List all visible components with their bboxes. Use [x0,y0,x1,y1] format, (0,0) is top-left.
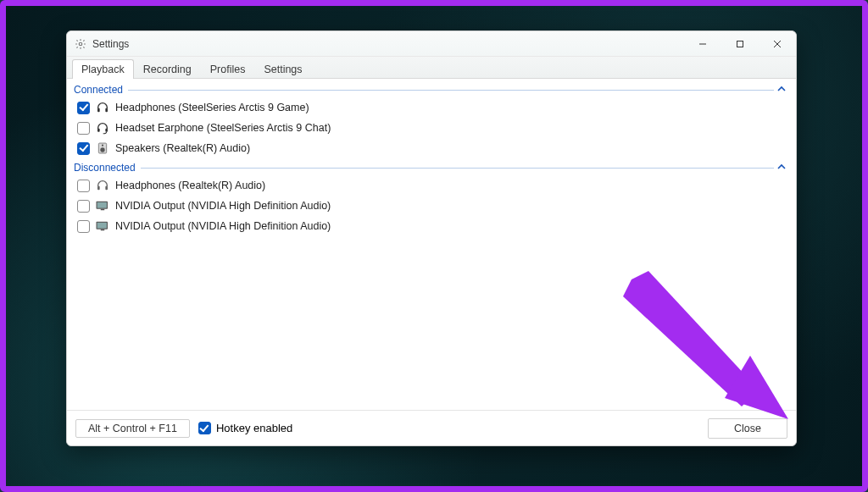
device-label: NVIDIA Output (NVIDIA High Definition Au… [115,220,331,232]
device-row[interactable]: NVIDIA Output (NVIDIA High Definition Au… [74,216,789,236]
device-checkbox[interactable] [77,102,90,114]
tab-label: Profiles [210,64,246,75]
svg-rect-19 [97,223,107,229]
collapse-caret-icon[interactable] [774,84,789,96]
svg-point-0 [79,42,82,46]
tab-label: Recording [143,64,192,75]
tab-recording[interactable]: Recording [134,59,201,79]
hotkey-enabled-checkbox[interactable]: Hotkey enabled [198,422,292,434]
section-disconnected-header[interactable]: Disconnected [74,160,789,175]
device-row[interactable]: Speakers (Realtek(R) Audio) [74,138,789,158]
hotkey-enabled-label: Hotkey enabled [216,422,292,434]
window-close-button[interactable] [759,31,796,57]
svg-rect-8 [105,129,108,132]
device-label: Speakers (Realtek(R) Audio) [115,142,250,154]
footer: Alt + Control + F11 Hotkey enabled Close [67,410,796,445]
svg-rect-18 [101,229,105,231]
tab-playback[interactable]: Playback [72,59,134,79]
device-checkbox[interactable] [77,220,90,233]
close-button-label: Close [734,423,761,434]
svg-rect-5 [97,108,100,113]
device-checkbox[interactable] [77,142,90,155]
device-row[interactable]: Headset Earphone (SteelSeries Arctis 9 C… [74,118,789,138]
svg-rect-13 [105,186,108,191]
hotkey-text: Alt + Control + F11 [88,423,177,434]
section-connected-header[interactable]: Connected [74,82,789,97]
svg-rect-15 [101,209,105,211]
close-button[interactable]: Close [708,418,787,439]
section-label: Disconnected [74,162,141,174]
tab-label: Playback [81,64,125,75]
device-row[interactable]: Headphones (Realtek(R) Audio) [74,175,789,196]
device-row[interactable]: Headphones (SteelSeries Arctis 9 Game) [74,97,789,118]
device-label: Headset Earphone (SteelSeries Arctis 9 C… [115,122,331,134]
tab-profiles[interactable]: Profiles [201,59,255,79]
playback-panel: Connected Headphones (SteelSeries Arctis… [67,79,796,410]
tab-label: Settings [264,64,302,75]
titlebar[interactable]: Settings [67,31,796,57]
maximize-button[interactable] [721,31,759,57]
headphones-icon [95,178,110,193]
device-label: NVIDIA Output (NVIDIA High Definition Au… [115,200,331,212]
tab-bar: Playback Recording Profiles Settings [67,57,796,79]
device-label: Headphones (Realtek(R) Audio) [115,180,265,191]
app-gear-icon [74,37,87,51]
svg-rect-16 [97,202,107,208]
settings-window: Settings Playback Recording Profiles Set… [66,30,797,446]
section-label: Connected [74,84,128,96]
device-checkbox[interactable] [77,200,90,213]
device-checkbox[interactable] [77,122,90,135]
svg-rect-12 [97,186,100,191]
divider [128,90,774,91]
headset-icon [95,120,110,135]
window-title: Settings [92,38,129,50]
tab-settings[interactable]: Settings [254,59,311,79]
device-label: Headphones (SteelSeries Arctis 9 Game) [115,102,309,113]
monitor-icon [95,198,110,213]
svg-point-11 [102,145,103,146]
device-checkbox[interactable] [77,180,90,192]
minimize-button[interactable] [684,31,721,57]
monitor-icon [95,218,110,234]
hotkey-input[interactable]: Alt + Control + F11 [75,419,190,438]
svg-rect-2 [737,41,743,47]
speaker-icon [95,141,110,156]
device-row[interactable]: NVIDIA Output (NVIDIA High Definition Au… [74,196,789,216]
checkbox-icon [198,422,211,434]
headphones-icon [95,100,110,115]
divider [141,168,774,169]
collapse-caret-icon[interactable] [774,162,789,174]
svg-rect-7 [97,129,100,132]
svg-point-10 [100,147,104,152]
svg-rect-6 [105,108,108,113]
